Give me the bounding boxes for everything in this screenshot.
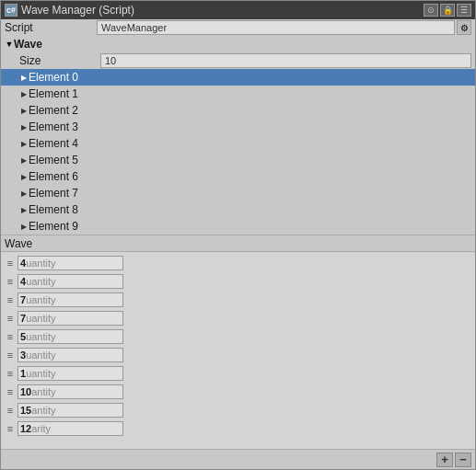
wave-item-row: ≡1uantity — [1, 364, 475, 383]
element-label: Element 8 — [29, 203, 78, 216]
wave-quantity-value: 15 — [20, 405, 31, 416]
drag-handle-icon[interactable]: ≡ — [5, 294, 16, 305]
wave-quantity-placeholder: uantity — [26, 331, 55, 342]
remove-button[interactable]: − — [455, 453, 471, 467]
wave-fold-arrow[interactable]: ▼ — [5, 40, 14, 49]
window-icon: c# — [5, 4, 17, 17]
element-row[interactable]: ▶ Element 7 — [1, 185, 475, 201]
drag-handle-icon[interactable]: ≡ — [5, 331, 16, 342]
drag-handle-icon[interactable]: ≡ — [5, 368, 16, 379]
element-arrow: ▶ — [19, 189, 29, 198]
wave-section-label: Wave — [14, 38, 42, 51]
wave-quantity-field[interactable]: 4uantity — [17, 274, 123, 289]
element-row[interactable]: ▶ Element 8 — [1, 201, 475, 218]
wave-panel-footer: + − — [1, 449, 475, 469]
size-row: Size 10 — [1, 52, 475, 69]
wave-quantity-placeholder: uantity — [26, 276, 55, 287]
element-row[interactable]: ▶ Element 3 — [1, 119, 475, 135]
element-label: Element 3 — [29, 120, 78, 133]
script-row: Script WaveManager ⚙ — [1, 19, 475, 36]
wave-panel: Wave ≡4uantity≡4uantity≡7uantity≡7uantit… — [1, 235, 475, 469]
drag-handle-icon[interactable]: ≡ — [5, 386, 16, 397]
wave-item-row: ≡4uantity — [1, 254, 475, 272]
element-row[interactable]: ▶ Element 0 — [1, 69, 475, 86]
title-bar-buttons: ⊙ 🔒 ☰ — [424, 4, 471, 17]
drag-handle-icon[interactable]: ≡ — [5, 258, 16, 269]
element-arrow: ▶ — [19, 222, 29, 231]
element-label: Element 2 — [29, 104, 78, 117]
wave-quantity-placeholder: uantity — [26, 294, 55, 305]
wave-section: ▼ Wave Size 10 ▶ Element 0 ▶ Element 1 — [1, 36, 475, 235]
element-arrow: ▶ — [19, 205, 29, 214]
wave-quantity-placeholder: uantity — [26, 368, 55, 379]
element-arrow: ▶ — [19, 89, 29, 98]
drag-handle-icon[interactable]: ≡ — [5, 313, 16, 324]
menu-button[interactable]: ☰ — [457, 4, 471, 17]
drag-handle-icon[interactable]: ≡ — [5, 423, 16, 434]
element-label: Element 4 — [29, 137, 78, 150]
element-arrow: ▶ — [19, 139, 29, 148]
wave-quantity-value: 10 — [20, 386, 31, 397]
element-arrow: ▶ — [19, 172, 29, 181]
title-bar: c# Wave Manager (Script) ⊙ 🔒 ☰ — [1, 1, 475, 19]
drag-handle-icon[interactable]: ≡ — [5, 276, 16, 287]
wave-item-row: ≡15antity — [1, 401, 475, 419]
wave-item-row: ≡4uantity — [1, 272, 475, 291]
drag-handle-icon[interactable]: ≡ — [5, 350, 16, 361]
add-button[interactable]: + — [436, 453, 453, 467]
element-label: Element 5 — [29, 154, 78, 166]
element-row[interactable]: ▶ Element 6 — [1, 168, 475, 185]
wave-quantity-placeholder: antity — [31, 386, 55, 397]
wave-panel-title: Wave — [5, 237, 32, 250]
element-label: Element 6 — [29, 170, 78, 183]
element-label: Element 9 — [29, 220, 78, 233]
wave-item-row: ≡12arity — [1, 419, 475, 438]
main-window: c# Wave Manager (Script) ⊙ 🔒 ☰ Script Wa… — [0, 0, 476, 470]
element-arrow: ▶ — [19, 106, 29, 115]
element-label: Element 0 — [29, 71, 78, 84]
wave-item-row: ≡7uantity — [1, 309, 475, 327]
wave-quantity-value: 12 — [20, 423, 31, 434]
wave-quantity-placeholder: uantity — [26, 313, 55, 324]
size-input[interactable]: 10 — [100, 53, 471, 68]
wave-quantity-placeholder: antity — [31, 405, 55, 416]
wave-item-row: ≡7uantity — [1, 291, 475, 309]
element-row[interactable]: ▶ Element 4 — [1, 135, 475, 152]
wave-quantity-field[interactable]: 4uantity — [17, 256, 123, 270]
script-label: Script — [5, 21, 97, 34]
wave-quantity-placeholder: uantity — [26, 258, 55, 269]
elements-list: ▶ Element 0 ▶ Element 1 ▶ Element 2 ▶ El… — [1, 69, 475, 235]
size-label: Size — [19, 54, 100, 67]
content-area: Script WaveManager ⚙ ▼ Wave Size 10 — [1, 19, 475, 469]
element-row[interactable]: ▶ Element 9 — [1, 218, 475, 235]
element-label: Element 1 — [29, 87, 78, 100]
wave-item-row: ≡5uantity — [1, 327, 475, 346]
element-arrow: ▶ — [19, 73, 29, 82]
window-title: Wave Manager (Script) — [21, 4, 420, 17]
script-settings-button[interactable]: ⚙ — [457, 20, 471, 35]
script-field[interactable]: WaveManager — [97, 20, 455, 35]
wave-quantity-field[interactable]: 5uantity — [17, 329, 123, 344]
element-row[interactable]: ▶ Element 5 — [1, 152, 475, 168]
wave-item-row: ≡10antity — [1, 383, 475, 401]
drag-handle-icon[interactable]: ≡ — [5, 405, 16, 416]
element-arrow: ▶ — [19, 122, 29, 132]
wave-quantity-placeholder: uantity — [26, 350, 55, 361]
wave-quantity-field[interactable]: 7uantity — [17, 292, 123, 307]
wave-items-area[interactable]: ≡4uantity≡4uantity≡7uantity≡7uantity≡5ua… — [1, 252, 475, 449]
lock-button[interactable]: 🔒 — [440, 4, 455, 17]
wave-panel-header: Wave — [1, 235, 475, 252]
wave-quantity-field[interactable]: 1uantity — [17, 366, 123, 381]
element-row[interactable]: ▶ Element 1 — [1, 86, 475, 102]
wave-quantity-field[interactable]: 15antity — [17, 403, 123, 418]
wave-quantity-field[interactable]: 10antity — [17, 384, 123, 399]
wave-section-header: ▼ Wave — [1, 36, 475, 52]
wave-quantity-field[interactable]: 7uantity — [17, 311, 123, 326]
inspect-button[interactable]: ⊙ — [424, 4, 438, 17]
element-row[interactable]: ▶ Element 2 — [1, 102, 475, 119]
wave-quantity-field[interactable]: 12arity — [17, 421, 123, 436]
wave-quantity-placeholder: arity — [31, 423, 51, 434]
element-label: Element 7 — [29, 187, 78, 200]
element-arrow: ▶ — [19, 155, 29, 165]
wave-quantity-field[interactable]: 3uantity — [17, 348, 123, 362]
